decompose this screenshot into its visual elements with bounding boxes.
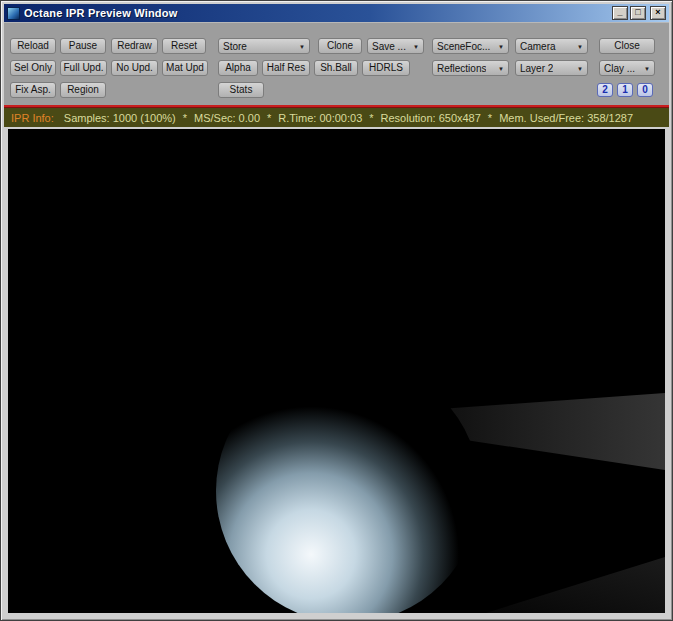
- scene-focus-dropdown-label: SceneFoc...: [437, 41, 490, 52]
- chevron-down-icon: ▼: [413, 44, 419, 50]
- samples-stat: Samples: 1000 (100%): [64, 112, 176, 124]
- stat-separator: *: [267, 112, 271, 124]
- redraw-button[interactable]: Redraw: [111, 38, 158, 54]
- sel-only-button[interactable]: Sel Only: [10, 60, 56, 76]
- reflections-dropdown[interactable]: Reflections ▼: [432, 60, 509, 76]
- stat-separator: *: [369, 112, 373, 124]
- close-button[interactable]: Close: [599, 38, 655, 54]
- titlebar[interactable]: Octane IPR Preview Window _ □ ×: [4, 4, 669, 22]
- mat-update-button[interactable]: Mat Upd: [162, 60, 208, 76]
- clone-button[interactable]: Clone: [318, 38, 362, 54]
- reload-button[interactable]: Reload: [10, 38, 56, 54]
- clay-dropdown-label: Clay ...: [604, 63, 635, 74]
- toggle-0-button[interactable]: 0: [637, 83, 653, 97]
- store-dropdown-label: Store: [223, 41, 247, 52]
- stats-button[interactable]: Stats: [218, 82, 264, 98]
- save-dropdown[interactable]: Save ... ▼: [367, 38, 424, 54]
- app-icon[interactable]: [7, 7, 20, 20]
- toolbar: Reload Pause Redraw Reset Store ▼ Clone …: [4, 22, 669, 105]
- resolution-stat: Resolution: 650x487: [381, 112, 481, 124]
- layer-dropdown[interactable]: Layer 2 ▼: [515, 60, 588, 76]
- stat-separator: *: [183, 112, 187, 124]
- hdrls-button[interactable]: HDRLS: [362, 60, 410, 76]
- sphere: [216, 359, 480, 613]
- ms-per-sec-stat: MS/Sec: 0.00: [194, 112, 260, 124]
- maximize-button[interactable]: □: [630, 6, 646, 20]
- half-res-button[interactable]: Half Res: [262, 60, 310, 76]
- toggle-2-button[interactable]: 2: [597, 83, 613, 97]
- octane-ipr-window: Octane IPR Preview Window _ □ × Reload P…: [0, 0, 673, 621]
- no-update-button[interactable]: No Upd.: [111, 60, 158, 76]
- render-viewport[interactable]: [8, 129, 665, 613]
- store-dropdown[interactable]: Store ▼: [218, 38, 310, 54]
- chevron-down-icon: ▼: [498, 66, 504, 72]
- render-area-frame: [4, 127, 669, 617]
- ipr-info-label: IPR Info:: [11, 112, 54, 124]
- reset-button[interactable]: Reset: [162, 38, 206, 54]
- clay-dropdown[interactable]: Clay ... ▼: [599, 60, 655, 76]
- region-button[interactable]: Region: [60, 82, 106, 98]
- scene-focus-dropdown[interactable]: SceneFoc... ▼: [432, 38, 509, 54]
- window-controls: _ □ ×: [612, 6, 666, 20]
- reflections-dropdown-label: Reflections: [437, 63, 486, 74]
- memory-stat: Mem. Used/Free: 358/1287: [499, 112, 633, 124]
- camera-dropdown-label: Camera: [520, 41, 556, 52]
- camera-dropdown[interactable]: Camera ▼: [515, 38, 588, 54]
- chevron-down-icon: ▼: [644, 66, 650, 72]
- chevron-down-icon: ▼: [577, 44, 583, 50]
- alpha-button[interactable]: Alpha: [218, 60, 258, 76]
- layer-dropdown-label: Layer 2: [520, 63, 553, 74]
- ipr-info-bar: IPR Info: Samples: 1000 (100%) * MS/Sec:…: [4, 108, 669, 127]
- fix-aspect-button[interactable]: Fix Asp.: [10, 82, 56, 98]
- toggle-1-button[interactable]: 1: [617, 83, 633, 97]
- render-time-stat: R.Time: 00:00:03: [278, 112, 362, 124]
- close-window-button[interactable]: ×: [650, 6, 666, 20]
- save-dropdown-label: Save ...: [372, 41, 406, 52]
- pause-button[interactable]: Pause: [60, 38, 106, 54]
- shader-ball-button[interactable]: Sh.Ball: [314, 60, 358, 76]
- minimize-button[interactable]: _: [612, 6, 628, 20]
- full-update-button[interactable]: Full Upd.: [60, 60, 107, 76]
- window-title: Octane IPR Preview Window: [24, 7, 608, 19]
- chevron-down-icon: ▼: [299, 44, 305, 50]
- chevron-down-icon: ▼: [577, 66, 583, 72]
- chevron-down-icon: ▼: [498, 44, 504, 50]
- stat-separator: *: [488, 112, 492, 124]
